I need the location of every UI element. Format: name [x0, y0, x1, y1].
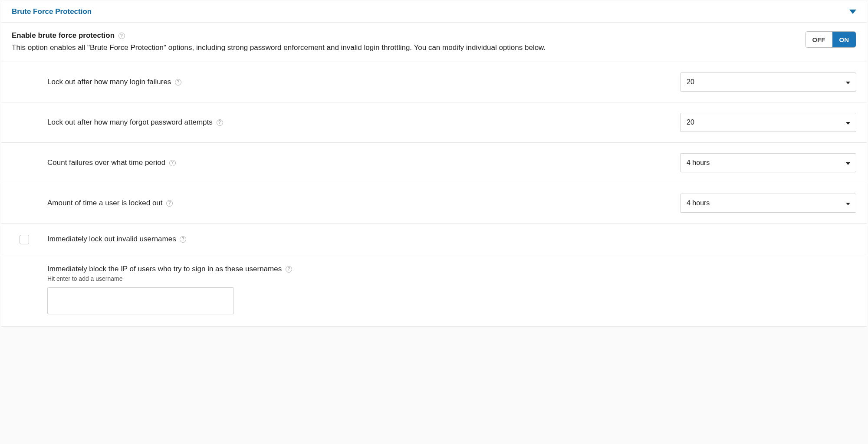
row-label: Immediately lock out invalid usernames ?	[47, 235, 867, 243]
label-text: Count failures over what time period	[47, 158, 165, 167]
count-period-select[interactable]: 4 hours	[680, 153, 856, 172]
login-failures-select[interactable]: 20	[680, 72, 856, 92]
label-text: Lock out after how many forgot password …	[47, 118, 213, 126]
help-icon[interactable]: ?	[286, 266, 292, 273]
toggle-off-button[interactable]: OFF	[806, 32, 832, 47]
row-label: Count failures over what time period ?	[47, 158, 680, 167]
row-lockout-invalid: Immediately lock out invalid usernames ?	[1, 224, 867, 255]
row-spacer	[1, 265, 47, 314]
label-text: Lock out after how many login failures	[47, 78, 171, 86]
brute-force-panel: Brute Force Protection Enable brute forc…	[1, 1, 867, 327]
row-login-failures: Lock out after how many login failures ?…	[1, 62, 867, 102]
row-count-period: Count failures over what time period ? 4…	[1, 143, 867, 183]
row-label: Lock out after how many login failures ?	[47, 78, 680, 86]
collapse-icon	[849, 8, 856, 16]
row-forgot-attempts: Lock out after how many forgot password …	[1, 102, 867, 143]
enable-text: Enable brute force protection ? This opt…	[12, 31, 795, 53]
label-text: Amount of time a user is locked out	[47, 199, 163, 207]
select-value: 4 hours	[687, 199, 710, 207]
enable-title: Enable brute force protection	[12, 31, 115, 40]
row-control: 4 hours	[680, 194, 867, 213]
enable-section: Enable brute force protection ? This opt…	[1, 23, 867, 62]
label-text: Immediately block the IP of users who tr…	[47, 265, 282, 273]
select-value: 20	[687, 78, 694, 86]
panel-title: Brute Force Protection	[12, 7, 92, 16]
svg-marker-0	[849, 10, 856, 14]
row-label: Amount of time a user is locked out ?	[47, 199, 680, 207]
help-icon[interactable]: ?	[169, 160, 176, 166]
help-icon[interactable]: ?	[217, 119, 223, 126]
row-lockout-time: Amount of time a user is locked out ? 4 …	[1, 183, 867, 224]
row-block-ip: Immediately block the IP of users who tr…	[1, 255, 867, 326]
row-label: Lock out after how many forgot password …	[47, 118, 680, 127]
enable-description: This option enables all "Brute Force Pro…	[12, 43, 795, 53]
block-ip-hint: Hit enter to add a username	[47, 275, 856, 282]
forgot-attempts-select[interactable]: 20	[680, 113, 856, 132]
enable-toggle: OFF ON	[805, 31, 857, 48]
row-control: 20	[680, 72, 867, 92]
select-value: 20	[687, 118, 694, 126]
lockout-time-select[interactable]: 4 hours	[680, 194, 856, 213]
select-value: 4 hours	[687, 159, 710, 167]
lockout-invalid-checkbox[interactable]	[20, 235, 29, 244]
panel-header[interactable]: Brute Force Protection	[1, 1, 867, 23]
help-icon[interactable]: ?	[175, 79, 181, 86]
block-ip-username-input[interactable]	[47, 287, 234, 314]
row-control: 20	[680, 113, 867, 132]
label-text: Immediately lock out invalid usernames	[47, 235, 176, 243]
toggle-on-button[interactable]: ON	[832, 32, 856, 47]
help-icon[interactable]: ?	[118, 33, 125, 39]
help-icon[interactable]: ?	[180, 236, 186, 243]
help-icon[interactable]: ?	[166, 200, 173, 207]
row-control: 4 hours	[680, 153, 867, 172]
checkbox-cell	[1, 234, 47, 244]
row-block-content: Immediately block the IP of users who tr…	[47, 265, 867, 314]
